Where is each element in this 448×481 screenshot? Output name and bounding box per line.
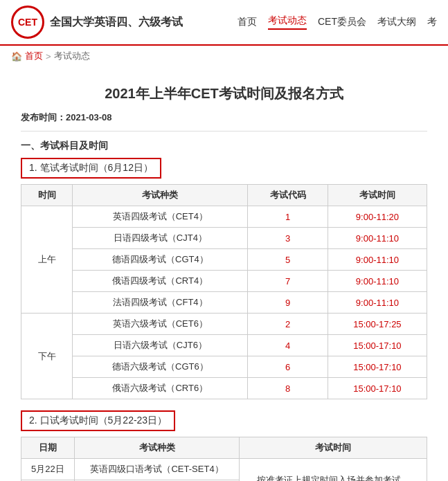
col-exam-time: 考试时间 bbox=[328, 185, 427, 206]
oral-col-time: 考试时间 bbox=[240, 437, 427, 459]
oral-col-type: 考试种类 bbox=[74, 437, 239, 459]
exam-time: 9:00-11:10 bbox=[328, 271, 427, 292]
divider-1 bbox=[21, 131, 427, 131]
publish-date-line: 发布时间：2021-03-08 bbox=[21, 111, 427, 124]
exam-code: 2 bbox=[248, 314, 328, 335]
exam-code: 7 bbox=[248, 271, 328, 292]
exam-code: 5 bbox=[248, 249, 328, 271]
exam-code: 8 bbox=[248, 378, 328, 399]
breadcrumb-current: 考试动态 bbox=[54, 50, 90, 62]
exam-code: 4 bbox=[248, 335, 328, 356]
exam-name: 德语四级考试（CGT4） bbox=[73, 249, 248, 271]
period-morning: 上午 bbox=[21, 206, 73, 314]
written-exam-table: 时间 考试种类 考试代码 考试时间 上午英语四级考试（CET4）19:00-11… bbox=[21, 184, 427, 399]
exam-code: 6 bbox=[248, 356, 328, 378]
page-title: 2021年上半年CET考试时间及报名方式 bbox=[21, 84, 427, 103]
exam-name: 俄语四级考试（CRT4） bbox=[73, 271, 248, 292]
col-exam-code: 考试代码 bbox=[248, 185, 328, 206]
exam-time: 9:00-11:10 bbox=[328, 228, 427, 249]
breadcrumb-separator: > bbox=[46, 51, 51, 62]
oral-date: 5月22日 bbox=[21, 459, 75, 480]
logo-text: CET bbox=[18, 17, 37, 28]
exam-time: 15:00-17:10 bbox=[328, 378, 427, 399]
table-row: 上午英语四级考试（CET4）19:00-11:20 bbox=[21, 206, 427, 228]
exam-time: 15:00-17:25 bbox=[328, 314, 427, 335]
nav-syllabus[interactable]: 考试大纲 bbox=[377, 16, 416, 28]
logo-area: CET 全国大学英语四、六级考试 bbox=[11, 6, 183, 39]
table-row: 日语六级考试（CJT6）415:00-17:10 bbox=[21, 335, 427, 356]
oral-table-row: 5月22日英语四级口语考试（CET-SET4）按准考证上规定时间入场并参加考试。 bbox=[21, 459, 427, 480]
written-exam-label: 1. 笔试考试时间（6月12日） bbox=[21, 158, 161, 179]
oral-exam-label: 2. 口试考试时间（5月22-23日） bbox=[21, 410, 175, 431]
nav-more[interactable]: 考 bbox=[427, 16, 437, 28]
oral-exam-table: 日期 考试种类 考试时间 5月22日英语四级口语考试（CET-SET4）按准考证… bbox=[21, 437, 427, 481]
exam-code: 1 bbox=[248, 206, 328, 228]
exam-name: 日语六级考试（CJT6） bbox=[73, 335, 248, 356]
oral-col-date: 日期 bbox=[21, 437, 75, 459]
logo-icon: CET bbox=[11, 6, 44, 39]
breadcrumb-home[interactable]: 首页 bbox=[25, 50, 43, 62]
table-row: 俄语六级考试（CRT6）815:00-17:10 bbox=[21, 378, 427, 399]
col-period: 时间 bbox=[21, 185, 73, 206]
table-row: 下午英语六级考试（CET6）215:00-17:25 bbox=[21, 314, 427, 335]
period-afternoon: 下午 bbox=[21, 314, 73, 399]
table-header-row: 时间 考试种类 考试代码 考试时间 bbox=[21, 185, 427, 206]
site-header: CET 全国大学英语四、六级考试 首页 考试动态 CET委员会 考试大纲 考 bbox=[0, 0, 448, 46]
breadcrumb-home-icon: 🏠 bbox=[11, 51, 22, 62]
oral-exam-time: 按准考证上规定时间入场并参加考试。 bbox=[240, 459, 427, 482]
exam-name: 英语四级考试（CET4） bbox=[73, 206, 248, 228]
nav-exam-news[interactable]: 考试动态 bbox=[268, 15, 307, 30]
exam-name: 英语六级考试（CET6） bbox=[73, 314, 248, 335]
section-1-title: 一、考试科目及时间 bbox=[21, 140, 427, 152]
exam-time: 9:00-11:10 bbox=[328, 292, 427, 314]
table-row: 日语四级考试（CJT4）39:00-11:10 bbox=[21, 228, 427, 249]
main-nav: 首页 考试动态 CET委员会 考试大纲 考 bbox=[238, 15, 437, 30]
publish-date: 2021-03-08 bbox=[66, 112, 112, 122]
exam-time: 15:00-17:10 bbox=[328, 356, 427, 378]
nav-committee[interactable]: CET委员会 bbox=[318, 16, 366, 28]
nav-home[interactable]: 首页 bbox=[238, 16, 257, 28]
exam-time: 9:00-11:20 bbox=[328, 206, 427, 228]
col-exam-type: 考试种类 bbox=[73, 185, 248, 206]
exam-name: 俄语六级考试（CRT6） bbox=[73, 378, 248, 399]
oral-header-row: 日期 考试种类 考试时间 bbox=[21, 437, 427, 459]
exam-code: 3 bbox=[248, 228, 328, 249]
exam-name: 法语四级考试（CFT4） bbox=[73, 292, 248, 314]
exam-code: 9 bbox=[248, 292, 328, 314]
table-row: 德语六级考试（CGT6）615:00-17:10 bbox=[21, 356, 427, 378]
table-row: 法语四级考试（CFT4）99:00-11:10 bbox=[21, 292, 427, 314]
exam-name: 德语六级考试（CGT6） bbox=[73, 356, 248, 378]
exam-time: 15:00-17:10 bbox=[328, 335, 427, 356]
table-row: 德语四级考试（CGT4）59:00-11:10 bbox=[21, 249, 427, 271]
site-name: 全国大学英语四、六级考试 bbox=[50, 15, 183, 30]
table-row: 俄语四级考试（CRT4）79:00-11:10 bbox=[21, 271, 427, 292]
publish-label: 发布时间： bbox=[21, 112, 66, 122]
oral-exam-name: 英语四级口语考试（CET-SET4） bbox=[74, 459, 239, 480]
main-content: 2021年上半年CET考试时间及报名方式 发布时间：2021-03-08 一、考… bbox=[0, 66, 448, 481]
breadcrumb: 🏠 首页 > 考试动态 bbox=[0, 46, 448, 66]
exam-name: 日语四级考试（CJT4） bbox=[73, 228, 248, 249]
exam-time: 9:00-11:10 bbox=[328, 249, 427, 271]
